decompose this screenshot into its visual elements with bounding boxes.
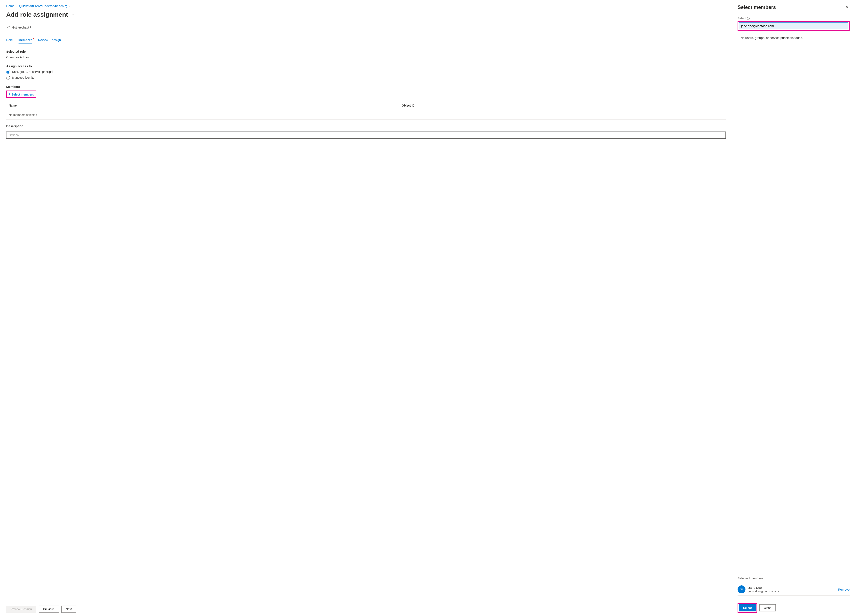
selected-role-label: Selected role: [6, 50, 726, 53]
next-button[interactable]: Next: [61, 605, 76, 613]
avatar: JD: [737, 585, 745, 593]
plus-icon: +: [9, 92, 11, 96]
chevron-right-icon: ›: [16, 4, 17, 8]
tab-indicator-dot: [33, 38, 34, 39]
spacer: [737, 42, 850, 576]
panel-header: Select members ✕: [732, 0, 855, 12]
no-results-message: No users, groups, or service principals …: [737, 34, 850, 42]
page-title: Add role assignment: [6, 11, 68, 18]
breadcrumb-resource[interactable]: QuickstartCreateHpcWorkbench-rg: [19, 4, 67, 8]
radio-managed-identity[interactable]: Managed identity: [6, 76, 726, 79]
member-info: Jane Doe jane.doe@contoso.com: [748, 586, 835, 593]
svg-point-0: [7, 26, 8, 27]
feedback-link[interactable]: Got feedback?: [6, 23, 726, 32]
description-input[interactable]: [6, 131, 726, 139]
more-icon[interactable]: ···: [70, 12, 74, 17]
footer-bar: Review + assign Previous Next: [0, 602, 732, 616]
select-label: Select: [737, 17, 746, 20]
description-label: Description: [6, 124, 726, 128]
main-panel: Home › QuickstartCreateHpcWorkbench-rg ›…: [0, 0, 732, 616]
panel-title: Select members: [737, 5, 776, 10]
tab-review-assign[interactable]: Review + assign: [38, 38, 61, 43]
selected-members-label: Selected members:: [737, 576, 850, 580]
feedback-label: Got feedback?: [12, 26, 31, 29]
page-title-row: Add role assignment ···: [6, 11, 726, 18]
feedback-icon: [6, 25, 10, 29]
info-icon[interactable]: i: [747, 17, 750, 20]
radio-icon-checked: [6, 70, 10, 74]
tab-role[interactable]: Role: [6, 38, 13, 43]
radio-label: Managed identity: [12, 76, 34, 79]
member-search-input[interactable]: [739, 23, 848, 29]
assign-access-label: Assign access to: [6, 64, 726, 68]
members-table-empty: No members selected: [6, 110, 726, 120]
breadcrumb-home[interactable]: Home: [6, 4, 15, 8]
close-icon[interactable]: ✕: [845, 4, 850, 11]
tabs: Role Members Review + assign: [6, 38, 726, 43]
radio-user-group-principal[interactable]: User, group, or service principal: [6, 70, 726, 74]
member-email: jane.doe@contoso.com: [748, 589, 835, 593]
radio-label: User, group, or service principal: [12, 70, 53, 73]
assign-access-radio-group: User, group, or service principal Manage…: [6, 70, 726, 79]
members-label: Members: [6, 85, 726, 89]
select-members-link[interactable]: + Select members: [7, 91, 35, 98]
breadcrumb: Home › QuickstartCreateHpcWorkbench-rg ›: [6, 4, 726, 8]
review-assign-button[interactable]: Review + assign: [6, 605, 36, 613]
member-name: Jane Doe: [748, 586, 835, 589]
previous-button[interactable]: Previous: [39, 605, 59, 613]
highlight-select-button: Select: [737, 603, 757, 613]
select-members-panel: Select members ✕ Select i No users, grou…: [732, 0, 855, 616]
select-label-row: Select i: [737, 17, 850, 20]
highlight-select-members: + Select members: [6, 90, 36, 98]
tab-members-label: Members: [18, 38, 32, 41]
col-name: Name: [9, 104, 402, 107]
radio-icon-unchecked: [6, 76, 10, 79]
remove-member-link[interactable]: Remove: [838, 588, 850, 591]
highlight-search-input: [737, 21, 850, 31]
selected-role-value: Chamber Admin: [6, 55, 726, 59]
panel-footer: Select Close: [732, 600, 855, 616]
description-section: Description: [6, 124, 726, 139]
selected-member-row: JD Jane Doe jane.doe@contoso.com Remove: [737, 583, 850, 596]
select-button[interactable]: Select: [739, 604, 756, 611]
chevron-right-icon: ›: [69, 4, 70, 8]
main-content: Home › QuickstartCreateHpcWorkbench-rg ›…: [0, 0, 732, 602]
select-members-label: Select members: [11, 93, 34, 96]
members-table-header: Name Object ID: [6, 101, 726, 110]
tab-members[interactable]: Members: [18, 38, 32, 43]
close-button[interactable]: Close: [759, 604, 776, 611]
col-object-id: Object ID: [402, 104, 414, 107]
panel-body: Select i No users, groups, or service pr…: [732, 12, 855, 600]
